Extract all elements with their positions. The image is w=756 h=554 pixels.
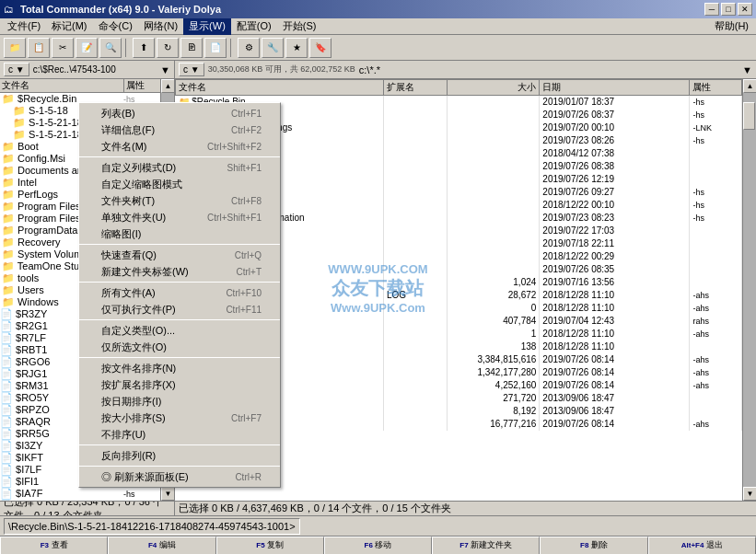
left-col-attr[interactable]: 属性 bbox=[123, 79, 160, 93]
context-menu: 列表(B)Ctrl+F1详细信息(F)Ctrl+F2文件名(M)Ctrl+Shi… bbox=[78, 102, 281, 488]
tb-btn-6[interactable]: ⬆ bbox=[133, 38, 155, 58]
right-scroll-up[interactable]: ▲ bbox=[743, 79, 756, 93]
context-menu-item[interactable]: 新建文件夹标签(W)Ctrl+T bbox=[79, 263, 280, 280]
tb-btn-11[interactable]: 🔧 bbox=[262, 38, 284, 58]
menu-mark[interactable]: 标记(M) bbox=[46, 18, 93, 35]
minimize-button[interactable]: ─ bbox=[704, 3, 719, 16]
right-path-text: c:\*.* bbox=[359, 64, 380, 75]
left-col-name[interactable]: 文件名 bbox=[0, 79, 123, 93]
context-menu-item[interactable]: 自定义缩略图模式 bbox=[79, 176, 280, 192]
menu-bar: 文件(F) 标记(M) 命令(C) 网络(N) 显示(W) 配置(O) 开始(S… bbox=[0, 18, 756, 35]
context-menu-separator bbox=[79, 444, 280, 445]
context-menu-item[interactable]: 快速查看(Q)Ctrl+Q bbox=[79, 247, 280, 263]
left-path-bar: c ▼ c:\$Rec..\47543-100 ▼ bbox=[0, 61, 174, 79]
tb-btn-4[interactable]: 📝 bbox=[76, 38, 98, 58]
context-menu-item[interactable]: 列表(B)Ctrl+F1 bbox=[79, 105, 280, 121]
context-menu-separator bbox=[79, 319, 280, 320]
tb-btn-3[interactable]: ✂ bbox=[52, 38, 74, 58]
context-menu-separator bbox=[79, 357, 280, 358]
context-menu-item[interactable]: 自定义类型(O)... bbox=[79, 322, 280, 339]
right-status: 已选择 0 KB / 4,637,469 KB，0 / 14 个文件，0 / 1… bbox=[175, 501, 756, 515]
main-content: c ▼ c:\$Rec..\47543-100 ▼ 文件名 属性 bbox=[0, 61, 756, 515]
context-menu-item[interactable]: 不排序(U) bbox=[79, 426, 280, 443]
app-title: Total Commander (x64) 9.0 - Valeriy Doly… bbox=[20, 4, 704, 15]
tb-btn-2[interactable]: 📋 bbox=[28, 38, 50, 58]
menu-config[interactable]: 配置(O) bbox=[231, 18, 277, 35]
close-button[interactable]: ✕ bbox=[738, 3, 752, 16]
title-bar: 🗂 Total Commander (x64) 9.0 - Valeriy Do… bbox=[0, 0, 756, 18]
context-menu-item[interactable]: 文件名(M)Ctrl+Shift+F2 bbox=[79, 138, 280, 155]
tb-btn-1[interactable]: 📁 bbox=[4, 38, 26, 58]
menu-help[interactable]: 帮助(H) bbox=[709, 18, 754, 35]
left-file-item[interactable]: 📄 $IA7F-hs bbox=[0, 488, 160, 500]
context-menu-item[interactable]: 仅可执行文件(P)Ctrl+F11 bbox=[79, 301, 280, 317]
tb-btn-9[interactable]: 📄 bbox=[204, 38, 227, 58]
app-icon: 🗂 bbox=[4, 3, 17, 16]
fkey-F6-button[interactable]: F6 移动 bbox=[324, 537, 432, 555]
maximize-button[interactable]: □ bbox=[721, 3, 736, 16]
left-drive-btn[interactable]: c ▼ bbox=[4, 63, 29, 76]
fkey-F3-button[interactable]: F3 查看 bbox=[0, 537, 108, 555]
tb-btn-5[interactable]: 🔍 bbox=[99, 38, 122, 58]
right-free-space: 30,350,068 KB 可用，共 62,002,752 KB bbox=[208, 63, 355, 75]
fkey-F8-button[interactable]: F8 删除 bbox=[540, 537, 647, 555]
fkey-F5-button[interactable]: F5 复制 bbox=[216, 537, 324, 555]
context-menu-item[interactable]: 按文件名排序(N) bbox=[79, 360, 280, 376]
toolbar-separator-2 bbox=[230, 39, 234, 57]
fkey-F4-button[interactable]: F4 编辑 bbox=[108, 537, 215, 555]
left-scroll-up[interactable]: ▲ bbox=[161, 79, 174, 93]
right-scroll-track[interactable] bbox=[743, 93, 756, 487]
left-status-text: 已选择 0 KB / 23,334 KB，0 / 36 个文件，0 / 13 个… bbox=[4, 501, 170, 515]
right-col-ext[interactable]: 扩展名 bbox=[383, 80, 447, 96]
right-scroll-down[interactable]: ▼ bbox=[743, 487, 756, 501]
right-col-date[interactable]: 日期 bbox=[540, 80, 690, 96]
tb-btn-8[interactable]: 🖹 bbox=[180, 38, 203, 58]
context-menu-separator bbox=[79, 156, 280, 157]
toolbar-separator-1 bbox=[125, 39, 129, 57]
left-path-text: c:\$Rec..\47543-100 bbox=[33, 64, 116, 75]
context-menu-separator bbox=[79, 244, 280, 245]
left-scroll-down[interactable]: ▼ bbox=[161, 487, 174, 501]
menu-file[interactable]: 文件(F) bbox=[2, 18, 46, 35]
context-menu-item[interactable]: ◎ 刷新来源面板(E)Ctrl+R bbox=[79, 468, 280, 485]
tb-btn-10[interactable]: ⚙ bbox=[238, 38, 260, 58]
window-controls: ─ □ ✕ bbox=[704, 3, 752, 16]
context-menu-item[interactable]: 所有文件(A)Ctrl+F10 bbox=[79, 284, 280, 301]
right-col-attr[interactable]: 属性 bbox=[690, 80, 742, 96]
context-menu-item[interactable]: 反向排列(R) bbox=[79, 447, 280, 464]
context-menu-item[interactable]: 缩略图(I) bbox=[79, 225, 280, 242]
left-status: 已选择 0 KB / 23,334 KB，0 / 36 个文件，0 / 13 个… bbox=[0, 501, 174, 515]
right-scroll-thumb[interactable] bbox=[743, 102, 755, 130]
context-menu-item[interactable]: 文件夹树(T)Ctrl+F8 bbox=[79, 192, 280, 209]
tb-btn-12[interactable]: ★ bbox=[285, 38, 308, 58]
status-path: \Recycle.Bin\S-1-5-21-18412216-171840827… bbox=[4, 518, 300, 535]
fkey-F7-button[interactable]: F7 新建文件夹 bbox=[432, 537, 540, 555]
fkey-Alt+F4-button[interactable]: Alt+F4 退出 bbox=[648, 537, 756, 555]
menu-view[interactable]: 显示(W) bbox=[183, 18, 231, 35]
right-status-text: 已选择 0 KB / 4,637,469 KB，0 / 14 个文件，0 / 1… bbox=[179, 502, 451, 515]
menu-network[interactable]: 网络(N) bbox=[138, 18, 183, 35]
context-menu-item[interactable]: 按扩展名排序(X) bbox=[79, 376, 280, 393]
right-col-size[interactable]: 大小 bbox=[447, 80, 539, 96]
menu-command[interactable]: 命令(C) bbox=[93, 18, 138, 35]
right-collapse-btn[interactable]: ▼ bbox=[742, 64, 752, 75]
context-menu-separator bbox=[79, 466, 280, 467]
right-drive-btn[interactable]: c ▼ bbox=[179, 63, 204, 76]
tb-btn-7[interactable]: ↻ bbox=[157, 38, 179, 58]
tb-btn-13[interactable]: 🔖 bbox=[309, 38, 331, 58]
context-menu-item[interactable]: 单独文件夹(U)Ctrl+Shift+F1 bbox=[79, 209, 280, 225]
context-menu-separator bbox=[79, 282, 280, 283]
left-collapse-btn[interactable]: ▼ bbox=[160, 64, 170, 75]
context-menu-item[interactable]: 按大小排序(S)Ctrl+F7 bbox=[79, 410, 280, 426]
status-path-text: \Recycle.Bin\S-1-5-21-18412216-171840827… bbox=[8, 521, 296, 532]
toolbar: 📁 📋 ✂ 📝 🔍 ⬆ ↻ 🖹 📄 ⚙ 🔧 ★ 🔖 bbox=[0, 35, 756, 61]
context-menu-item[interactable]: 按日期排序(I) bbox=[79, 393, 280, 410]
menu-start[interactable]: 开始(S) bbox=[277, 18, 322, 35]
status-bar: \Recycle.Bin\S-1-5-21-18412216-171840827… bbox=[0, 515, 756, 536]
right-col-name[interactable]: 文件名 bbox=[176, 80, 384, 96]
context-menu-item[interactable]: 仅所选文件(O) bbox=[79, 339, 280, 355]
context-menu-item[interactable]: 自定义列模式(D)Shift+F1 bbox=[79, 159, 280, 176]
right-scrollbar[interactable]: ▲ ▼ bbox=[742, 79, 756, 501]
context-menu-item[interactable]: 详细信息(F)Ctrl+F2 bbox=[79, 121, 280, 138]
fkey-bar: F3 查看F4 编辑F5 复制F6 移动F7 新建文件夹F8 删除Alt+F4 … bbox=[0, 536, 756, 554]
